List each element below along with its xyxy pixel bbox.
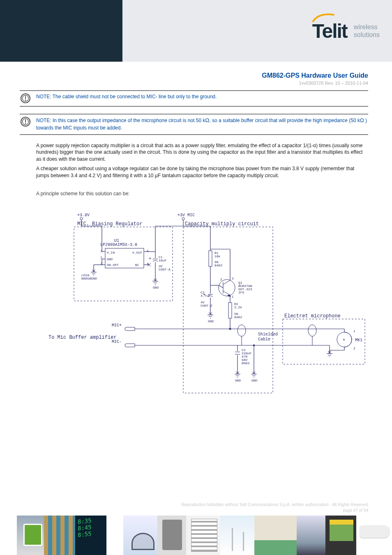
svg-point-7 — [25, 123, 26, 125]
footer-tile-wind — [220, 516, 254, 555]
u1-part: LP2980AIM5X-3.0 — [100, 243, 137, 247]
u1-pin-onoff: ON-OFF — [107, 263, 119, 267]
header-left-block — [0, 0, 122, 62]
gnd-shield: GND — [251, 379, 258, 382]
schematic-block-reg: MIC. Biasing Regulator — [77, 221, 142, 227]
gnd-c2: GND — [208, 319, 214, 323]
footer-tile-vending — [186, 516, 220, 555]
c2-pkg: CONT-Z — [201, 304, 212, 308]
footer-tile-road — [297, 516, 325, 555]
rail-in-label: +3.8V — [77, 213, 90, 217]
c1-val: 10uF — [159, 259, 166, 262]
footer-tile-camera — [356, 516, 392, 555]
rail-mic-label: +3V MIC — [178, 213, 195, 217]
header-right-block: Telit wireless solutions — [122, 0, 392, 62]
schematic-heading: A principle scheme for this solution can… — [36, 191, 368, 197]
svg-text:2: 2 — [220, 278, 222, 281]
note-icon — [20, 92, 31, 104]
note-2-block: NOTE: In this case the output impedance … — [20, 114, 368, 134]
svg-rect-2 — [25, 96, 26, 99]
svg-point-85 — [308, 325, 316, 336]
brand-name: Telit — [312, 20, 347, 42]
footer-meta: Reproduction forbidden without Telit Com… — [182, 502, 369, 513]
u1-pin-vin: V_IN — [107, 251, 115, 254]
note-1-text: NOTE: The cable shield must not be conne… — [36, 92, 368, 100]
q1-fab: IFS — [238, 291, 244, 294]
u1-pin-gnd: GND — [107, 257, 113, 261]
content-body: NOTE: The cable shield must not be conne… — [0, 86, 392, 404]
brand-tagline-l2: solutions — [354, 31, 380, 39]
svg-line-48 — [223, 280, 230, 284]
svg-point-12 — [182, 217, 184, 220]
brand-logo: Telit wireless solutions — [312, 20, 380, 42]
note-1-block: NOTE: The cable shield must not be conne… — [20, 90, 368, 106]
svg-rect-66 — [228, 303, 232, 318]
svg-text:+: + — [149, 257, 151, 261]
footer-tile-containers — [254, 516, 297, 555]
u1-pin-nc: NC — [135, 263, 139, 267]
svg-line-52 — [219, 285, 223, 288]
svg-text:+: + — [343, 338, 345, 342]
svg-rect-42 — [183, 227, 273, 393]
svg-rect-44 — [209, 251, 212, 266]
svg-point-3 — [25, 100, 26, 101]
gnd-c3: GND — [235, 379, 241, 382]
mic-plus-label: MIC+ — [112, 323, 122, 328]
r1-val: 10k — [214, 254, 221, 258]
u1-pkg-2: NA05B — [81, 277, 91, 280]
r2-val: 2.2k — [234, 305, 242, 309]
schematic-block-mic: Electret microphone — [284, 313, 341, 319]
footer-tile-clock: 8:358:458:55 — [75, 516, 106, 555]
brand-tagline: wireless solutions — [354, 23, 380, 39]
cable-label: Cable — [258, 337, 270, 342]
svg-text:2: 2 — [353, 347, 355, 350]
footer-page: page 47 of 54 — [182, 508, 369, 513]
r1-pkg: 0402 — [214, 264, 222, 267]
shielded-label: Shielded — [258, 332, 278, 337]
note-2-mid: , so a suitable buffer circuit that will… — [209, 118, 360, 123]
svg-text:4: 4 — [147, 262, 149, 266]
document-code: 1vv0300728 Rev. 10 – 2010-11-04 — [0, 80, 392, 86]
svg-text:5: 5 — [147, 249, 149, 253]
svg-point-82 — [238, 325, 246, 336]
to-buffer-label: To Mic Buffer amplifier — [48, 335, 117, 340]
note-icon — [20, 116, 31, 127]
c3-pkg: 0603 — [242, 361, 249, 365]
schematic-diagram: +3.8V +3V MIC MIC. Biasing Regulator U1 … — [36, 210, 373, 405]
footer-tile-taxi — [325, 516, 356, 555]
note-2-text: NOTE: In this case the output impedance … — [36, 116, 368, 132]
paragraph-2: A cheaper solution without using a volta… — [36, 165, 368, 179]
svg-rect-89 — [283, 319, 365, 364]
footer-rights: Reproduction forbidden without Telit Com… — [182, 502, 369, 508]
footer-image-strip: 8:358:458:55 — [0, 516, 392, 555]
note-2-pre: NOTE: In this case the output impedance … — [36, 118, 205, 123]
gnd-reg: GND — [91, 277, 97, 280]
ohm-symbol: Ω — [205, 117, 210, 123]
svg-text:1: 1 — [100, 249, 102, 253]
svg-rect-18 — [74, 227, 173, 301]
footer-tile — [106, 516, 123, 555]
svg-point-8 — [80, 217, 83, 220]
svg-text:1: 1 — [353, 329, 355, 333]
footer-tile-building — [44, 516, 75, 555]
svg-text:1: 1 — [232, 295, 234, 298]
r2-pkg: 0402 — [234, 315, 242, 319]
svg-text:3: 3 — [232, 277, 234, 280]
ohm-symbol: Ω — [360, 117, 364, 123]
svg-rect-6 — [25, 120, 26, 123]
mk1-ref: MK1 — [355, 338, 362, 342]
c2-val: 4.7uF — [201, 294, 210, 298]
footer-tile-device — [157, 516, 186, 555]
brand-tagline-l1: wireless — [354, 23, 380, 31]
paragraph-1: A power supply rejection capacity multip… — [36, 142, 368, 163]
document-title: GM862-GPS Hardware User Guide — [0, 62, 392, 79]
gnd-c1: GND — [153, 286, 159, 289]
footer-tile — [0, 516, 17, 555]
logo-swoosh-icon — [312, 12, 335, 23]
svg-point-46 — [219, 280, 235, 296]
page-header: Telit wireless solutions — [0, 0, 392, 62]
schematic-block-cap: Capacity multiply circuit — [185, 221, 259, 227]
u1-pin-vout: V_OUT — [132, 251, 142, 254]
c1-pkg: CONT-A — [159, 268, 171, 271]
footer-tile-sign — [17, 516, 44, 555]
